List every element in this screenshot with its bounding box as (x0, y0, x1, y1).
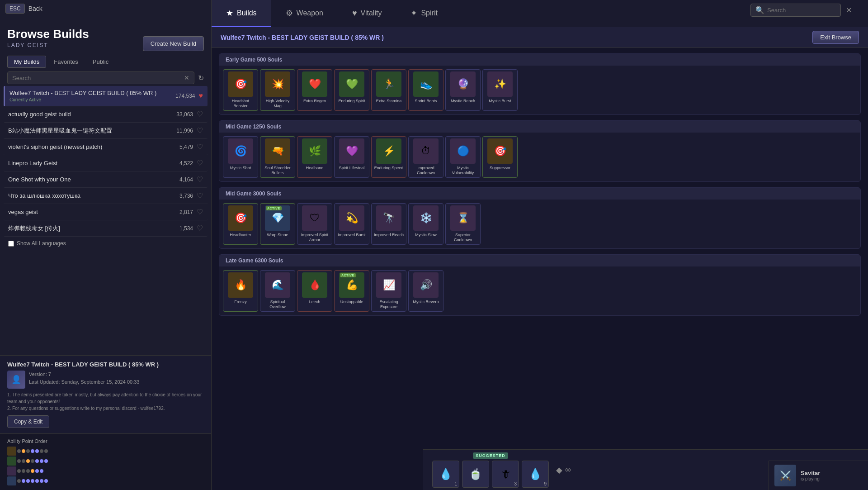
item-improved-cooldown[interactable]: ⏱ Improved Cooldown (408, 136, 443, 178)
ability-dot (17, 479, 21, 483)
item-icon-escalating-exposure: 📈 (376, 272, 401, 298)
item-improved-burst[interactable]: 💫 Improved Burst (334, 203, 369, 245)
build-item-name-5: One Shot with your One (8, 176, 179, 183)
heart-icon-5[interactable]: ♡ (197, 175, 203, 184)
suggested-icon-0: 💧 (439, 468, 453, 480)
item-enduring-spirit[interactable]: 💚 Enduring Spirit (334, 69, 369, 111)
item-name-superior-cooldown: Superior Cooldown (448, 233, 478, 243)
build-item-8[interactable]: 炸弹赖线毒女 [传火] 1,534 ♡ (4, 220, 208, 237)
item-headhunter[interactable]: 🎯 Headhunter (223, 203, 258, 245)
build-detail-title: Wulfee7 Twitch - BEST LADY GEIST BUILD (… (7, 361, 204, 368)
item-healbane[interactable]: 🌿 Healbane (297, 136, 332, 178)
item-superior-cooldown[interactable]: ⌛ Superior Cooldown (445, 203, 481, 245)
build-item-7[interactable]: vegas geist 2,817 ♡ (4, 204, 208, 220)
build-item-2[interactable]: B站小魔法师黑星星吸血鬼一键符文配置 11,996 ♡ (4, 123, 208, 139)
heart-icon-3[interactable]: ♡ (197, 143, 203, 151)
vitality-icon: ♥ (352, 9, 357, 18)
heart-icon-6[interactable]: ♡ (197, 191, 203, 200)
esc-button[interactable]: ESC (5, 4, 25, 14)
item-mystic-vulnerability[interactable]: 🔵 Mystic Vulnerability (445, 136, 481, 178)
build-item-1[interactable]: actually good geist build 33,063 ♡ (4, 106, 208, 123)
refresh-icon[interactable]: ↻ (198, 74, 204, 82)
item-icon-improved-burst: 💫 (339, 205, 364, 231)
ability-dot (44, 479, 48, 483)
build-item-count-0: 174,534 (175, 93, 195, 99)
top-search-box: 🔍 ✕ (750, 4, 841, 17)
ability-icon-2 (7, 466, 16, 476)
item-name-healbane: Healbane (306, 166, 324, 176)
ability-dot (35, 459, 39, 463)
item-spirit-lifesteal[interactable]: 💜 Spirit Lifesteal (334, 136, 369, 178)
ability-dot (22, 479, 25, 483)
heart-icon-4[interactable]: ♡ (197, 159, 203, 167)
show-all-languages-checkbox[interactable] (8, 241, 14, 247)
build-item-4[interactable]: Linepro Lady Geist 4,522 ♡ (4, 155, 208, 171)
item-icon-superior-cooldown: ⌛ (450, 205, 476, 231)
search-input[interactable] (12, 75, 184, 81)
chain-link-icon[interactable]: ∞ (565, 465, 571, 475)
item-mystic-reverb[interactable]: 🔊 Mystic Reverb (408, 270, 443, 312)
tab-public[interactable]: Public (86, 56, 115, 68)
nav-tab-spirit[interactable]: ✦ Spirit (396, 0, 452, 27)
heart-icon-8[interactable]: ♡ (197, 224, 203, 233)
heart-icon-7[interactable]: ♡ (197, 208, 203, 216)
build-item-6[interactable]: Что за шлюшка хохотушка 3,736 ♡ (4, 188, 208, 204)
suggested-item-1[interactable]: 🍵 (462, 461, 489, 488)
nav-tab-builds[interactable]: ★ Builds (212, 0, 271, 27)
heart-icon-2[interactable]: ♡ (197, 126, 203, 135)
build-item-3[interactable]: violent's siphon geist (newest patch) 5,… (4, 139, 208, 155)
item-spiritual-overflow[interactable]: 🌊 Spiritual Overflow (260, 270, 295, 312)
create-build-button[interactable]: Create New Build (143, 36, 204, 51)
item-enduring-speed[interactable]: ⚡ Enduring Speed (371, 136, 406, 178)
item-mystic-shot[interactable]: 🌀 Mystic Shot (223, 136, 258, 178)
item-name-mystic-slow: Mystic Slow (415, 233, 437, 243)
early-game-header: Early Game 500 Souls (219, 54, 860, 66)
item-mystic-burst[interactable]: ✨ Mystic Burst (482, 69, 518, 111)
item-sprint-boots[interactable]: 👟 Sprint Boots (408, 69, 443, 111)
suggested-item-2[interactable]: 🗡 3 (492, 461, 519, 488)
diamond-link-icon[interactable]: ◆ (556, 465, 562, 475)
item-extra-regen[interactable]: ❤️ Extra Regen (297, 69, 332, 111)
build-item-count-6: 3,736 (179, 193, 193, 199)
item-name-suppressor: Suppressor (490, 166, 510, 176)
tab-my-builds[interactable]: My Builds (7, 56, 46, 68)
item-mystic-reach[interactable]: 🔮 Mystic Reach (445, 69, 481, 111)
item-name-extra-regen: Extra Regen (303, 99, 326, 109)
tab-favorites[interactable]: Favorites (47, 56, 85, 68)
back-button[interactable]: Back (28, 5, 42, 12)
nav-tab-vitality[interactable]: ♥ Vitality (338, 0, 396, 27)
item-leech[interactable]: 🩸 Leech (297, 270, 332, 312)
search-clear-icon[interactable]: ✕ (184, 74, 189, 81)
item-icon-improved-cooldown: ⏱ (413, 138, 439, 164)
item-high-velocity[interactable]: 💥 High-Velocity Mag (260, 69, 295, 111)
top-search-input[interactable] (767, 7, 843, 14)
heart-icon-1[interactable]: ♡ (197, 110, 203, 119)
build-item-count-4: 4,522 (179, 160, 193, 167)
right-panel: ★ Builds ⚙ Weapon ♥ Vitality ✦ Spirit 🔍 … (212, 0, 868, 490)
nav-tab-weapon[interactable]: ⚙ Weapon (271, 0, 338, 27)
item-warp-stone[interactable]: ACTIVE 💎 Warp Stone (260, 203, 295, 245)
item-soul-shredder[interactable]: 🔫 Soul Shredder Bullets (260, 136, 295, 178)
top-search-clear-icon[interactable]: ✕ (846, 6, 852, 14)
ability-icon-1 (7, 457, 16, 466)
item-icon-healbane: 🌿 (302, 138, 327, 164)
suggested-item-0[interactable]: 💧 1 (432, 461, 459, 488)
item-headshot-booster[interactable]: 🎯 Headshot Booster (223, 69, 258, 111)
item-frenzy[interactable]: 🔥 Frenzy (223, 270, 258, 312)
item-mystic-slow[interactable]: ❄️ Mystic Slow (408, 203, 443, 245)
item-suppressor[interactable]: 🎯 Suppressor (482, 136, 518, 178)
heart-icon-0[interactable]: ♥ (199, 92, 203, 100)
item-escalating-exposure[interactable]: 📈 Escalating Exposure (371, 270, 406, 312)
item-improved-spirit-armor[interactable]: 🛡 Improved Spirit Armor (297, 203, 332, 245)
filter-tabs: My Builds Favorites Public (0, 52, 211, 70)
item-improved-reach[interactable]: 🔭 Improved Reach (371, 203, 406, 245)
build-item-0[interactable]: Wulfee7 Twitch - BEST LADY GEIST BUILD (… (4, 86, 208, 106)
item-extra-stamina[interactable]: 🏃 Extra Stamina (371, 69, 406, 111)
copy-edit-button[interactable]: Copy & Edit (7, 415, 49, 428)
item-unstoppable[interactable]: ACTIVE 💪 Unstoppable (334, 270, 369, 312)
exit-browse-button[interactable]: Exit Browse (812, 31, 859, 44)
ability-dot (35, 469, 39, 473)
build-item-5[interactable]: One Shot with your One 4,164 ♡ (4, 171, 208, 188)
ability-dot (31, 469, 34, 473)
suggested-item-3[interactable]: 💧 9 (522, 461, 549, 488)
